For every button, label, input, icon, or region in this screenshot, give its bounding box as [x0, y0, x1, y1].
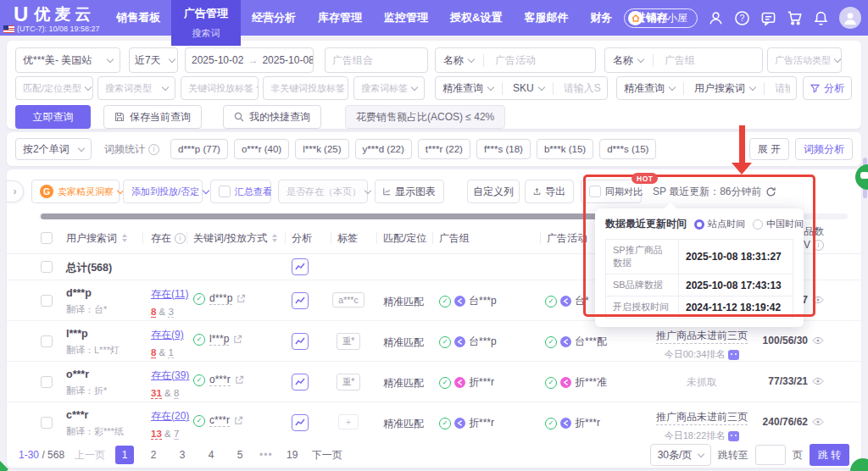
- exists-link[interactable]: 存在(9): [151, 329, 184, 341]
- date-range-select[interactable]: 近7天: [129, 47, 178, 73]
- radio-icon[interactable]: [753, 219, 763, 230]
- campaign-cell[interactable]: ✓台***配: [545, 335, 607, 349]
- keyword-link[interactable]: o***r: [209, 374, 231, 386]
- word-chip[interactable]: y***d (22): [355, 139, 412, 159]
- page-ellipsis[interactable]: •••: [259, 449, 273, 461]
- row-checkbox[interactable]: [41, 417, 53, 429]
- nav-item-sales-board[interactable]: 销售看板: [105, 0, 171, 36]
- bell-icon[interactable]: [813, 10, 829, 26]
- exists-on-page-select[interactable]: 是否存在（本页）: [278, 180, 368, 203]
- word-freq-analyze-button[interactable]: 词频分析: [795, 138, 853, 160]
- tag-chip[interactable]: 重*: [337, 333, 361, 350]
- prev-page-button[interactable]: 上一页: [75, 448, 105, 463]
- keyword-link[interactable]: l***p: [209, 333, 229, 346]
- nav-item-inventory[interactable]: 库存管理: [307, 0, 373, 36]
- campaign-name-select[interactable]: 名称: [436, 53, 479, 68]
- summary-view-checkbox[interactable]: 汇总查看: [210, 180, 271, 203]
- word-chip[interactable]: d***p (77): [170, 139, 228, 159]
- tag-chip[interactable]: 重*: [337, 374, 361, 391]
- word-chip[interactable]: t***r (22): [418, 139, 470, 159]
- analysis-chart-icon[interactable]: [292, 374, 309, 391]
- nav-item-business-analysis[interactable]: 经营分析: [241, 0, 307, 36]
- page-size-select[interactable]: 30条/页: [650, 444, 711, 466]
- term-exact-select[interactable]: 精准查询: [617, 81, 679, 96]
- sellersprite-insight-button[interactable]: G 卖家精灵洞察: [31, 180, 120, 203]
- page-number-2[interactable]: 2: [144, 446, 163, 464]
- adgroup-input-field[interactable]: [658, 54, 762, 66]
- keyword-tag-select[interactable]: 关键词投放标签: [181, 76, 259, 100]
- organic-rank-status[interactable]: 推广商品未进前三页: [656, 410, 748, 425]
- keyword-link[interactable]: c***r: [209, 414, 230, 427]
- tag-chip[interactable]: a***c: [332, 292, 364, 308]
- sort-icon[interactable]: [272, 234, 277, 242]
- word-chip[interactable]: o***r (40): [234, 139, 289, 159]
- rank-monitor-icon[interactable]: [728, 350, 739, 360]
- analysis-chart-icon[interactable]: [292, 333, 309, 350]
- portfolio-input[interactable]: [325, 47, 428, 73]
- sku-exact-select[interactable]: 精准查询: [436, 81, 498, 96]
- message-icon[interactable]: [760, 10, 776, 26]
- adgroup-cell[interactable]: ✓台***p: [439, 335, 497, 349]
- sort-icon[interactable]: [122, 234, 127, 242]
- app-logo[interactable]: U 优麦云: [14, 3, 95, 25]
- search-term[interactable]: o***r: [66, 368, 107, 380]
- eye-icon[interactable]: [812, 336, 824, 345]
- external-link-icon[interactable]: [235, 375, 244, 385]
- radio-selected-icon[interactable]: [694, 219, 704, 230]
- nav-item-customer-mail[interactable]: 客服邮件: [513, 0, 579, 36]
- search-term[interactable]: d***p: [66, 287, 107, 299]
- nav-item-monitoring[interactable]: 监控管理: [373, 0, 439, 36]
- help-icon[interactable]: ?: [734, 10, 750, 26]
- user-avatar[interactable]: [839, 7, 861, 29]
- acos-filter-chip[interactable]: 花费销售额占比(ACOS) ≤ 42%: [345, 105, 505, 129]
- row-checkbox[interactable]: [41, 376, 53, 388]
- page-number-5[interactable]: 5: [231, 446, 249, 464]
- search-term[interactable]: l***p: [66, 328, 120, 340]
- show-chart-button[interactable]: 显示图表: [375, 180, 444, 203]
- jump-page-input[interactable]: [755, 445, 786, 465]
- campaign-cell[interactable]: ✓折***准: [545, 375, 607, 390]
- external-link-icon[interactable]: [236, 294, 246, 303]
- side-expander-button[interactable]: ›: [7, 180, 24, 202]
- analysis-chart-icon[interactable]: [292, 292, 309, 309]
- expand-button[interactable]: 展 开: [749, 138, 789, 160]
- welfare-house-button[interactable]: 福利小屋: [624, 8, 698, 28]
- nav-item-ad-management-active[interactable]: 广告管理 搜索词: [171, 0, 241, 46]
- row-checkbox[interactable]: [41, 335, 53, 347]
- nav-item-auth-settings[interactable]: 授权&设置: [439, 0, 513, 36]
- eye-icon[interactable]: [812, 296, 824, 304]
- campaign-cell[interactable]: ✓折***r: [545, 416, 600, 430]
- term-type-select[interactable]: 搜索词类型: [97, 76, 175, 100]
- sku-input-field[interactable]: [558, 82, 607, 94]
- eye-icon[interactable]: [812, 377, 824, 385]
- add-to-targeting-button[interactable]: 添加到投放/否定: [123, 180, 203, 203]
- page-number-19[interactable]: 19: [283, 446, 302, 464]
- compare-period-checkbox[interactable]: 同期对比: [581, 180, 642, 203]
- match-type-select[interactable]: 匹配/定位类型: [15, 76, 93, 100]
- keyword-link[interactable]: d***p: [209, 292, 232, 305]
- eye-icon[interactable]: [812, 418, 824, 426]
- analysis-chart-icon[interactable]: [292, 414, 309, 431]
- china-time-radio[interactable]: 中国时间: [753, 218, 804, 230]
- analyze-button[interactable]: 分析: [803, 76, 852, 100]
- add-tag-button[interactable]: +: [338, 414, 359, 429]
- page-number-4[interactable]: 4: [202, 446, 220, 464]
- query-now-button[interactable]: 立即查询: [15, 105, 91, 129]
- analysis-chart-icon[interactable]: [292, 258, 309, 275]
- save-query-button[interactable]: 保存当前查询: [103, 105, 202, 129]
- portfolio-input-field[interactable]: [332, 54, 420, 66]
- organic-rank-status[interactable]: 推广商品未进前三页: [656, 329, 748, 344]
- campaign-type-select[interactable]: 广告活动类型: [767, 47, 842, 73]
- store-select[interactable]: 优***美- 美国站: [15, 47, 120, 73]
- external-link-icon[interactable]: [234, 416, 243, 425]
- nonkeyword-tag-select[interactable]: 非关键词投放标签: [263, 76, 348, 100]
- term-tag-select[interactable]: 搜索词标签: [353, 76, 425, 100]
- custom-columns-button[interactable]: 自定义列: [467, 180, 520, 203]
- adgroup-cell[interactable]: ✓折***r: [439, 416, 494, 430]
- term-input-field[interactable]: [769, 82, 796, 94]
- export-button[interactable]: 导出: [525, 180, 574, 203]
- checkbox-icon[interactable]: [219, 186, 231, 197]
- adgroup-cell[interactable]: ✓折***r: [439, 375, 494, 390]
- jump-button[interactable]: 跳 转: [810, 444, 849, 466]
- exists-link[interactable]: 存在(11): [151, 288, 188, 300]
